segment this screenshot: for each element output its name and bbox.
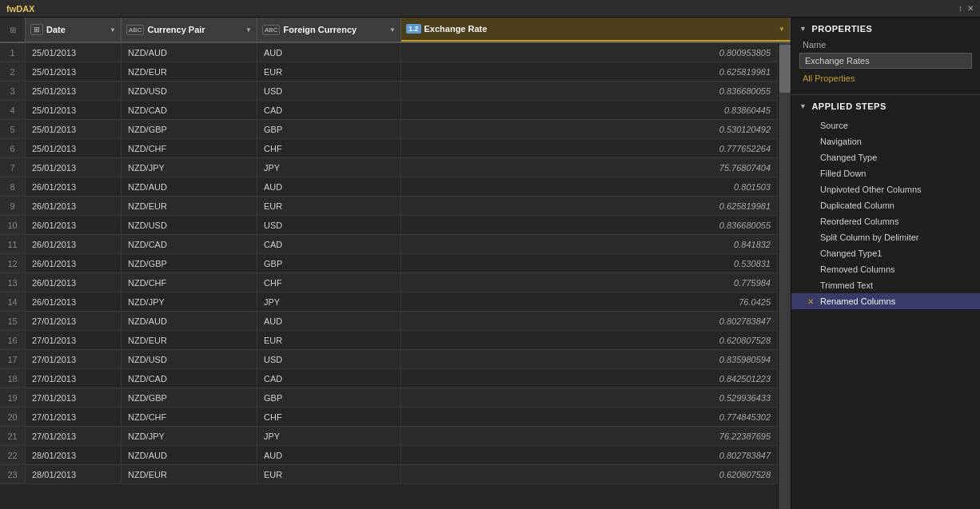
table-row[interactable]: 2 25/01/2013 NZD/EUR EUR 0.625819981	[0, 62, 778, 82]
table-row[interactable]: 3 25/01/2013 NZD/USD USD 0.836680055	[0, 82, 778, 101]
column-header-date[interactable]: ⊞ Date ▼	[26, 18, 122, 42]
date-cell: 26/01/2013	[26, 292, 122, 311]
step-label-navigation: Navigation	[820, 137, 862, 146]
foreign-cell: EUR	[257, 465, 401, 483]
step-item-navigation[interactable]: Navigation	[791, 133, 980, 149]
minimize-button[interactable]: ↕	[958, 4, 962, 13]
date-cell: 28/01/2013	[26, 465, 122, 483]
pair-cell: NZD/CHF	[122, 408, 257, 426]
step-label-changed_type: Changed Type	[820, 153, 877, 162]
pair-col-dropdown[interactable]: ▼	[245, 26, 252, 34]
step-item-changed_type[interactable]: Changed Type	[791, 149, 980, 165]
rate-col-dropdown[interactable]: ▼	[779, 26, 785, 33]
row-num-cell: 14	[0, 292, 26, 311]
foreign-cell: USD	[257, 350, 401, 368]
rate-cell: 76.0425	[401, 292, 778, 311]
vertical-scrollbar[interactable]	[778, 43, 791, 509]
step-item-trimmed_text[interactable]: Trimmed Text	[791, 277, 980, 293]
row-num-icon: ⊞	[10, 26, 16, 34]
step-item-removed_columns[interactable]: Removed Columns	[791, 261, 980, 277]
applied-steps-header: ▼ APPLIED STEPS	[791, 95, 980, 116]
table-row[interactable]: 15 27/01/2013 NZD/AUD AUD 0.802783847	[0, 312, 778, 331]
pair-cell: NZD/CAD	[122, 369, 257, 388]
rate-cell: 0.529936433	[401, 388, 778, 407]
name-input[interactable]	[799, 53, 972, 69]
date-cell: 26/01/2013	[26, 197, 122, 215]
pair-cell: NZD/JPY	[122, 292, 257, 311]
step-item-changed_type1[interactable]: Changed Type1	[791, 245, 980, 261]
table-row[interactable]: 11 26/01/2013 NZD/CAD CAD 0.841832	[0, 235, 778, 254]
foreign-cell: AUD	[257, 177, 401, 196]
table-row[interactable]: 19 27/01/2013 NZD/GBP GBP 0.529936433	[0, 388, 778, 408]
table-row[interactable]: 1 25/01/2013 NZD/AUD AUD 0.800953805	[0, 43, 778, 62]
table-row[interactable]: 14 26/01/2013 NZD/JPY JPY 76.0425	[0, 292, 778, 312]
table-row[interactable]: 21 27/01/2013 NZD/JPY JPY 76.22387695	[0, 427, 778, 446]
row-num-cell: 23	[0, 465, 26, 483]
table-row[interactable]: 9 26/01/2013 NZD/EUR EUR 0.625819981	[0, 197, 778, 216]
date-cell: 26/01/2013	[26, 273, 122, 292]
rate-cell: 0.802783847	[401, 312, 778, 330]
step-item-split_column[interactable]: Split Column by Delimiter	[791, 229, 980, 245]
all-properties-link[interactable]: All Properties	[791, 69, 980, 86]
date-cell: 27/01/2013	[26, 427, 122, 445]
rate-cell: 0.530120492	[401, 120, 778, 138]
table-row[interactable]: 18 27/01/2013 NZD/CAD CAD 0.842501223	[0, 369, 778, 388]
table-row[interactable]: 20 27/01/2013 NZD/CHF CHF 0.774845302	[0, 408, 778, 427]
step-item-unpivoted[interactable]: Unpivoted Other Columns	[791, 181, 980, 197]
table-row[interactable]: 7 25/01/2013 NZD/JPY JPY 75.76807404	[0, 158, 778, 177]
table-row[interactable]: 8 26/01/2013 NZD/AUD AUD 0.801503	[0, 177, 778, 197]
rate-cell: 0.775984	[401, 273, 778, 292]
foreign-cell: JPY	[257, 158, 401, 177]
table-row[interactable]: 17 27/01/2013 NZD/USD USD 0.835980594	[0, 350, 778, 369]
table-body: 1 25/01/2013 NZD/AUD AUD 0.800953805 2 2…	[0, 43, 778, 509]
row-num-cell: 1	[0, 43, 26, 62]
row-num-cell: 17	[0, 350, 26, 368]
table-row[interactable]: 16 27/01/2013 NZD/EUR EUR 0.620807528	[0, 331, 778, 350]
pair-cell: NZD/GBP	[122, 120, 257, 138]
scrollbar-thumb[interactable]	[779, 45, 791, 93]
pair-cell: NZD/CAD	[122, 101, 257, 119]
close-button[interactable]: ✕	[967, 4, 974, 13]
pair-cell: NZD/CAD	[122, 235, 257, 253]
step-item-renamed_columns[interactable]: ✕Renamed Columns	[791, 293, 980, 309]
window-controls[interactable]: ↕ ✕	[958, 4, 974, 13]
table-row[interactable]: 22 28/01/2013 NZD/AUD AUD 0.802783847	[0, 446, 778, 465]
table-row[interactable]: 5 25/01/2013 NZD/GBP GBP 0.530120492	[0, 120, 778, 139]
table-row[interactable]: 4 25/01/2013 NZD/CAD CAD 0.83860445	[0, 101, 778, 120]
table-row[interactable]: 12 26/01/2013 NZD/GBP GBP 0.530831	[0, 254, 778, 273]
table-row[interactable]: 13 26/01/2013 NZD/CHF CHF 0.775984	[0, 273, 778, 292]
table-row[interactable]: 23 28/01/2013 NZD/EUR EUR 0.620807528	[0, 465, 778, 484]
column-header-pair[interactable]: ABC Currency Pair ▼	[122, 18, 257, 42]
step-label-reordered_columns: Reordered Columns	[820, 217, 898, 226]
row-num-cell: 20	[0, 408, 26, 426]
pair-cell: NZD/CHF	[122, 139, 257, 157]
foreign-cell: AUD	[257, 312, 401, 330]
step-item-reordered_columns[interactable]: Reordered Columns	[791, 213, 980, 229]
date-cell: 25/01/2013	[26, 120, 122, 138]
date-cell: 27/01/2013	[26, 408, 122, 426]
step-item-filled_down[interactable]: Filled Down	[791, 165, 980, 181]
step-item-duplicated_column[interactable]: Duplicated Column	[791, 197, 980, 213]
table-row[interactable]: 6 25/01/2013 NZD/CHF CHF 0.777652264	[0, 139, 778, 158]
rate-cell: 0.801503	[401, 177, 778, 196]
pair-cell: NZD/EUR	[122, 197, 257, 215]
table-row[interactable]: 10 26/01/2013 NZD/USD USD 0.836680055	[0, 216, 778, 235]
pair-cell: NZD/AUD	[122, 446, 257, 464]
data-table-area: ⊞ ⊞ Date ▼ ABC Currency Pair ▼ ABC Forei…	[0, 18, 791, 509]
date-cell: 27/01/2013	[26, 312, 122, 330]
foreign-type-icon: ABC	[262, 25, 280, 35]
step-item-source[interactable]: Source	[791, 117, 980, 133]
pair-cell: NZD/AUD	[122, 43, 257, 62]
rate-cell: 0.836680055	[401, 216, 778, 234]
rate-cell: 75.76807404	[401, 158, 778, 177]
date-col-label: Date	[46, 25, 66, 34]
row-num-cell: 8	[0, 177, 26, 196]
column-header-foreign[interactable]: ABC Foreign Currency ▼	[257, 18, 401, 42]
foreign-cell: GBP	[257, 388, 401, 407]
pair-col-label: Currency Pair	[147, 25, 205, 34]
rate-col-label: Exchange Rate	[424, 24, 488, 34]
date-col-dropdown[interactable]: ▼	[110, 26, 116, 34]
column-header-rate[interactable]: 1.2 Exchange Rate ▼	[401, 18, 791, 42]
foreign-col-dropdown[interactable]: ▼	[389, 26, 396, 34]
step-label-trimmed_text: Trimmed Text	[820, 280, 873, 290]
